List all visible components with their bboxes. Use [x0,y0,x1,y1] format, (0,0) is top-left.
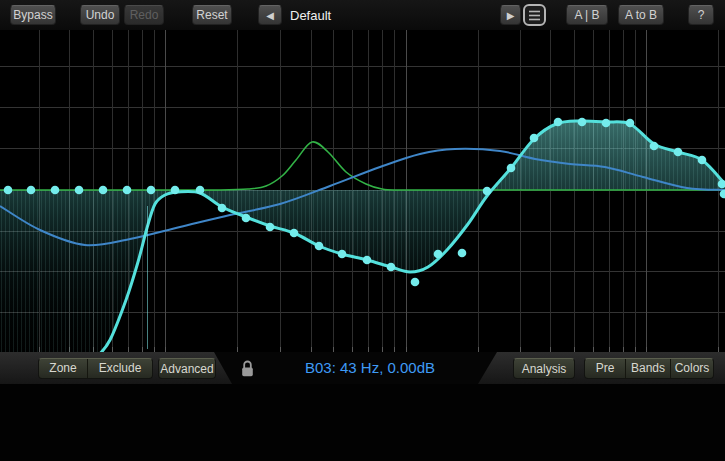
eq-graph-panel [0,30,725,352]
help-button[interactable]: ? [688,5,714,25]
redo-button[interactable]: Redo [124,5,164,25]
seq-s-plugin-window: Bypass Undo Redo Reset ◀ Default ▶ A | B… [0,0,725,461]
exclude-button[interactable]: Exclude [87,359,152,378]
bands-button[interactable]: Bands [625,359,670,378]
band-readout: B03: 43 Hz, 0.00dB [260,359,480,376]
play-icon: ▶ [507,10,515,21]
preset-play-button[interactable]: ▶ [500,5,521,25]
preset-menu-button[interactable] [523,4,546,26]
lock-button[interactable] [240,359,255,382]
zone-button[interactable]: Zone [39,359,87,378]
analysis-button[interactable]: Analysis [513,358,575,379]
prev-icon: ◀ [266,10,274,21]
pre-button[interactable]: Pre [585,359,625,378]
a-to-b-button[interactable]: A to B [618,5,664,25]
advanced-button[interactable]: Advanced [158,358,216,379]
toolbar: Bypass Undo Redo Reset ◀ Default ▶ A | B… [0,0,725,30]
lock-icon [240,359,255,378]
colors-button[interactable]: Colors [670,359,713,378]
view-options-group: Pre Bands Colors [584,358,714,379]
preset-name[interactable]: Default [290,8,331,23]
preset-prev-button[interactable]: ◀ [258,5,282,25]
ab-compare-button[interactable]: A | B [566,5,608,25]
eq-graph[interactable] [0,30,725,352]
footer-panel: NUGEN Audio • • • SEQ-S Linear Phase Spl… [0,384,725,461]
reset-button[interactable]: Reset [192,5,232,25]
menu-icon [528,10,541,21]
bypass-button[interactable]: Bypass [10,5,56,25]
zone-exclude-group: Zone Exclude [38,358,153,379]
undo-button[interactable]: Undo [80,5,120,25]
